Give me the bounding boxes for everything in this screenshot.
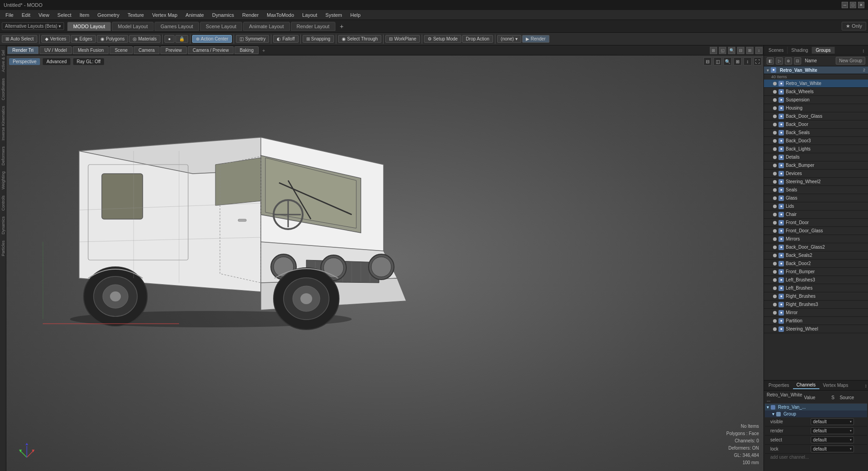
prop-row-value[interactable]: default▾ [811, 446, 854, 452]
prop-panel-expand[interactable]: ↕ [865, 383, 868, 388]
tree-item[interactable]: ■Back_Door_Glass [764, 112, 868, 120]
menu-vertex-map[interactable]: Vertex Map [149, 11, 181, 19]
tree-item[interactable]: ■Devices [764, 170, 868, 178]
tree-item[interactable]: ■Lids [764, 202, 868, 210]
sidebar-deformers[interactable]: Deformers [0, 144, 6, 168]
materials-button[interactable]: ◎ Materials [129, 35, 160, 43]
menu-render[interactable]: Render [239, 11, 262, 19]
rpanel-tab-groups[interactable]: Groups [812, 47, 835, 54]
action-center-button[interactable]: ⊕ Action Center [192, 35, 232, 43]
new-group-button[interactable]: New Group [836, 57, 865, 65]
tab-model-layout[interactable]: Model Layout [112, 22, 154, 31]
vtab-ctrl-2[interactable]: ◱ [719, 47, 726, 54]
rpanel-tab-shading[interactable]: Shading [788, 47, 812, 54]
tree-item[interactable]: ■Back_Door3 [764, 137, 868, 145]
vtab-camera-preview[interactable]: Camera / Preview [188, 46, 234, 54]
vtab-ctrl-4[interactable]: ⊟ [737, 47, 744, 54]
tree-item[interactable]: ■Back_Bumper [764, 161, 868, 170]
add-channel-label[interactable]: add user channel... [765, 454, 867, 461]
snapping-button[interactable]: ⊞ Snapping [303, 35, 334, 43]
menu-system[interactable]: System [322, 11, 346, 19]
groups-icon-4[interactable]: ⊟ [794, 57, 801, 65]
prop-row-value[interactable]: default▾ [811, 436, 854, 443]
tree-item[interactable]: ■Back_Door2 [764, 260, 868, 268]
none-dropdown[interactable]: (none) ▾ [497, 35, 521, 43]
add-viewport-tab[interactable]: + [259, 47, 268, 54]
groups-icon-2[interactable]: ▷ [776, 57, 783, 65]
prop-row-value[interactable]: default▾ [811, 427, 854, 434]
property-row[interactable]: visibledefault▾ [765, 417, 867, 426]
tree-item[interactable]: ■Mirrors [764, 235, 868, 243]
sidebar-particles[interactable]: Particles [0, 238, 6, 259]
vtab-camera[interactable]: Camera [134, 46, 160, 54]
viewport-icon-1[interactable]: ⊟ [703, 57, 712, 65]
tree-item[interactable]: ■Housing [764, 104, 868, 112]
auto-select-button[interactable]: ⊞ Auto Select [2, 35, 37, 43]
vtab-ctrl-6[interactable]: ↕ [755, 47, 763, 54]
menu-view[interactable]: View [35, 11, 53, 19]
property-row[interactable]: lockdefault▾ [765, 445, 867, 454]
viewport-icon-2[interactable]: ◫ [713, 57, 722, 65]
menu-dynamics[interactable]: Dynamics [209, 11, 238, 19]
tree-item[interactable]: ■Back_Door_Glass2 [764, 243, 868, 251]
select-through-button[interactable]: ◉ Select Through [338, 35, 382, 43]
viewport-icon-maximize[interactable]: ⛶ [753, 57, 762, 65]
tree-item[interactable]: ■Partition [764, 317, 868, 325]
tree-item[interactable]: ■Back_Seals2 [764, 251, 868, 260]
symmetry-button[interactable]: ◫ Symmetry [236, 35, 269, 43]
alternative-layouts[interactable]: Alternative Layouts (Beta) ▾ [2, 22, 64, 30]
tab-games-layout[interactable]: Games Layout [155, 22, 199, 31]
sidebar-inverse-kinematics[interactable]: Inverse Kinematics [0, 103, 6, 143]
ray-gl-label[interactable]: Ray GL: Off [73, 58, 105, 65]
tree-item[interactable]: ■Retro_Van_White [764, 80, 868, 88]
sidebar-coordinates[interactable]: Coordinates [0, 75, 6, 103]
tree-item[interactable]: ■Back_Seals [764, 129, 868, 137]
rpanel-expand-button[interactable]: ↕ [860, 47, 867, 54]
tree-item[interactable]: ■Back_Wheels [764, 88, 868, 96]
tab-render-layout[interactable]: Render Layout [291, 22, 335, 31]
sidebar-controls[interactable]: Controls [0, 193, 6, 214]
falloff-button[interactable]: ◐ Falloff [273, 35, 298, 43]
star-only-toggle[interactable]: ★ Only [842, 22, 866, 30]
edges-button[interactable]: ◈ Edges [71, 35, 96, 43]
prop-tab-vertex-maps[interactable]: Vertex Maps [819, 382, 852, 389]
tree-item[interactable]: ■Right_Brushes3 [764, 301, 868, 309]
perspective-label[interactable]: Perspective [9, 58, 40, 65]
vtab-ctrl-5[interactable]: ⊞ [746, 47, 753, 54]
menu-file[interactable]: File [2, 11, 17, 19]
prop-sub-group[interactable]: ▾ Group [765, 411, 867, 417]
close-button[interactable]: ✕ [858, 2, 864, 8]
tree-item[interactable]: ■Suspension [764, 96, 868, 104]
vertices-button[interactable]: ◆ Vertices [41, 35, 70, 43]
tree-item[interactable]: ■Seals [764, 186, 868, 194]
viewport-icon-3[interactable]: 🔍 [723, 57, 732, 65]
tree-item[interactable]: ■Steering_Wheel [764, 325, 868, 333]
setup-mode-button[interactable]: ⚙ Setup Mode [424, 35, 461, 43]
maximize-button[interactable]: □ [850, 2, 856, 8]
menu-help[interactable]: Help [347, 11, 364, 19]
tab-animate-layout[interactable]: Animate Layout [243, 22, 289, 31]
prop-tab-properties[interactable]: Properties [765, 382, 793, 389]
tree-item[interactable]: ■Chair [764, 210, 868, 219]
menu-edit[interactable]: Edit [18, 11, 34, 19]
tree-item[interactable]: ■Mirror [764, 309, 868, 317]
tree-item[interactable]: ■Front_Door_Glass [764, 227, 868, 235]
drop-action-button[interactable]: Drop Action [462, 35, 493, 43]
lock-btn[interactable]: 🔒 [175, 35, 188, 43]
prop-row-value[interactable]: default▾ [811, 418, 854, 425]
tree-item[interactable]: ■Back_Lights [764, 145, 868, 153]
menu-select[interactable]: Select [54, 11, 75, 19]
viewport-3d[interactable]: Perspective Advanced Ray GL: Off ⊟ ◫ 🔍 ⊞… [6, 55, 763, 471]
menu-maxtomodo[interactable]: MaxToModo [263, 11, 298, 19]
tree-item[interactable]: ■Left_Brushes3 [764, 276, 868, 284]
vtab-scene[interactable]: Scene [110, 46, 132, 54]
vtab-render-tri[interactable]: Render Tri [7, 46, 39, 54]
rpanel-tab-scenes[interactable]: Scenes [765, 47, 788, 54]
tree-item[interactable]: ■Front_Bumper [764, 268, 868, 276]
prop-tab-channels[interactable]: Channels [793, 381, 819, 389]
menu-geometry[interactable]: Geometry [94, 11, 123, 19]
tree-item[interactable]: ■Back_Door [764, 120, 868, 129]
menu-item[interactable]: Item [76, 11, 93, 19]
add-layout-tab[interactable]: + [336, 21, 347, 31]
tab-scene-layout[interactable]: Scene Layout [200, 22, 242, 31]
